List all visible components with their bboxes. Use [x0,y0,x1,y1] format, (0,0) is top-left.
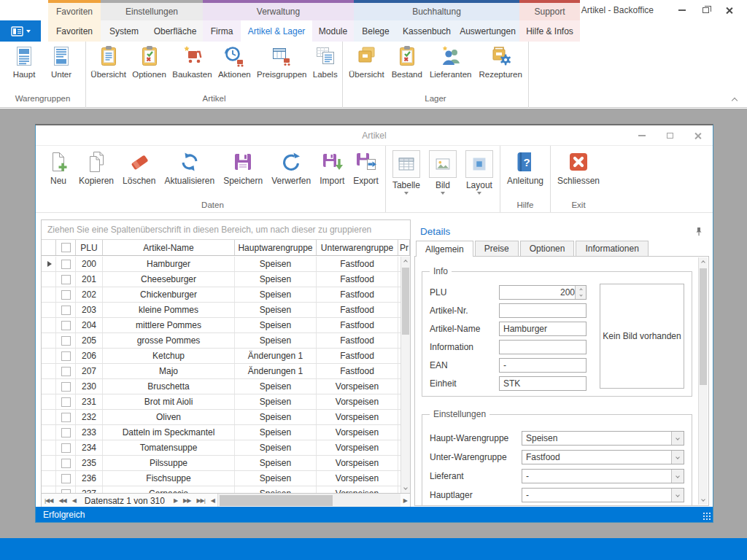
ribbon-item-rezepturen[interactable]: Rezepturen [477,44,523,79]
toolbar-item-anleitung[interactable]: ? Anleitung [503,150,548,186]
artikel-nr-input[interactable] [499,303,587,318]
table-row[interactable]: 235 Pilssuppe Speisen Vorspeisen [42,456,410,471]
tab-auswertungen[interactable]: Auswertungen [456,20,519,42]
row-checkbox[interactable] [61,321,71,330]
child-close-button[interactable] [689,128,705,143]
toolbar-item-export[interactable]: Export [349,150,383,186]
row-checkbox[interactable] [61,260,71,269]
ribbon-item-unter[interactable]: Unter [48,44,74,79]
table-row[interactable]: 234 Tomatensuppe Speisen Vorspeisen [42,440,410,456]
row-checkbox[interactable] [61,336,71,346]
toolbar-item-import[interactable]: Import [315,150,349,186]
column-header-unterwarengruppe[interactable]: Unterwarengruppe [317,240,398,255]
einheit-input[interactable]: STK [499,376,587,391]
table-row[interactable]: 201 Cheeseburger Speisen Fastfood [42,272,410,287]
toolbar-item-layout[interactable]: Layout [461,150,498,195]
child-maximize-button[interactable] [662,128,678,143]
column-header-preis-partial[interactable]: Pr [398,240,410,255]
toolbar-item-speichern[interactable]: Speichern [219,150,267,186]
tab-allgemein[interactable]: Allgemein [416,241,473,257]
close-button[interactable] [721,3,737,18]
tab-favoriten[interactable]: Favoriten [48,20,101,42]
information-input[interactable] [499,340,587,354]
lieferant-select[interactable]: - [522,469,684,483]
table-row[interactable]: 233 Datteln im Speckmantel Speisen Vorsp… [42,425,410,440]
toolbar-item-neu[interactable]: Neu [42,150,74,186]
ribbon-item-bestand[interactable]: Bestand [390,44,424,79]
spinner-buttons[interactable] [575,286,586,299]
scroll-down-button[interactable] [401,483,410,493]
ribbon-item-lieferanten[interactable]: Lieferanten [428,44,473,79]
ribbon-item-labels[interactable]: Labels [311,44,339,79]
ean-input[interactable]: - [499,358,587,373]
tab-preise[interactable]: Preise [475,241,519,256]
toolbar-item-schliessen[interactable]: Schliessen [553,150,604,186]
restore-button[interactable] [697,3,713,18]
ribbon-item-preisgruppen[interactable]: Preisgruppen [255,44,308,79]
dropdown-button[interactable] [671,489,684,502]
toolbar-item-bild[interactable]: Bild [425,150,461,195]
row-checkbox[interactable] [61,382,71,392]
nav-next-button[interactable]: ▶ [171,497,180,504]
haupt-warengruppe-select[interactable]: Speisen [522,431,684,446]
row-checkbox[interactable] [61,306,71,315]
table-row[interactable]: 202 Chickenburger Speisen Fastfood [42,287,410,303]
tab-oberflaeche[interactable]: Oberfläche [147,20,203,42]
toolbar-item-kopieren[interactable]: Kopieren [74,150,118,186]
row-checkbox[interactable] [61,459,71,468]
tab-artikel-lager[interactable]: Artikel & Lager [241,20,312,42]
row-checkbox[interactable] [61,367,71,376]
ribbon-item-uebersicht-lager[interactable]: Übersicht [347,44,386,79]
hscroll-right-button[interactable]: ▶ [400,497,410,504]
table-row[interactable]: 203 kleine Pommes Speisen Fastfood [42,303,410,318]
column-header-artikel-name[interactable]: Artikel-Name [103,240,235,255]
nav-next-page-button[interactable]: ▶▶ [180,497,193,504]
row-checkbox[interactable] [61,489,71,494]
tab-firma[interactable]: Firma [203,20,241,42]
table-row[interactable]: 237 Carpaccio Speisen Vorspeisen [42,486,410,493]
dropdown-button[interactable] [671,451,684,464]
unter-warengruppe-select[interactable]: Fastfood [522,450,684,464]
row-checkbox[interactable] [61,351,71,361]
plu-input[interactable]: 200 [499,285,587,300]
tab-hilfe-infos[interactable]: Hilfe & Infos [519,20,580,42]
tab-system[interactable]: System [101,20,147,42]
scroll-down-button[interactable] [699,494,708,505]
table-row[interactable]: 231 Brot mit Aioli Speisen Vorspeisen [42,394,410,410]
column-header-hauptwarengruppe[interactable]: Hauptwarengruppe [235,240,317,255]
row-checkbox[interactable] [61,443,71,453]
toolbar-item-tabelle[interactable]: Tabelle [388,150,425,195]
table-row[interactable]: 206 Ketchup Änderungen 1 Fastfood [42,349,410,364]
header-checkbox[interactable] [61,243,71,252]
resize-grip[interactable] [703,512,711,521]
minimize-button[interactable] [674,3,690,18]
tab-optionen[interactable]: Optionen [520,241,575,256]
row-checkbox[interactable] [61,290,71,300]
dropdown-button[interactable] [671,470,684,483]
hauptlager-select[interactable]: - [522,488,684,502]
tab-kassenbuch[interactable]: Kassenbuch [398,20,456,42]
row-checkbox[interactable] [61,275,71,284]
row-checkbox[interactable] [61,397,71,407]
ribbon-item-baukasten[interactable]: Baukasten [171,44,213,79]
tab-informationen[interactable]: Informationen [576,241,648,256]
toolbar-item-verwerfen[interactable]: Verwerfen [267,150,315,186]
row-checkbox[interactable] [61,413,71,422]
table-row[interactable]: 204 mittlere Pommes Speisen Fastfood [42,318,410,333]
table-row[interactable]: 207 Majo Änderungen 1 Fastfood [42,364,410,379]
hscroll-left-button[interactable]: ◀ [208,497,217,504]
toolbar-item-loeschen[interactable]: Löschen [118,150,160,186]
table-row[interactable]: 230 Bruschetta Speisen Vorspeisen [42,379,410,394]
ribbon-item-haupt[interactable]: Haupt [11,44,37,79]
nav-prev-page-button[interactable]: ◀◀ [55,497,69,504]
pin-icon[interactable] [694,227,703,236]
row-checkbox[interactable] [61,428,71,438]
nav-last-button[interactable]: ▶▶| [193,497,207,504]
details-vertical-scrollbar[interactable] [698,257,708,505]
table-row[interactable]: 200 Hamburger Speisen Fastfood [42,257,410,272]
grid-vertical-scrollbar[interactable] [400,257,410,493]
row-checkbox[interactable] [61,474,71,483]
nav-first-button[interactable]: |◀◀ [42,497,55,504]
select-all-header[interactable] [56,240,76,255]
ribbon-item-optionen[interactable]: Optionen [131,44,168,79]
